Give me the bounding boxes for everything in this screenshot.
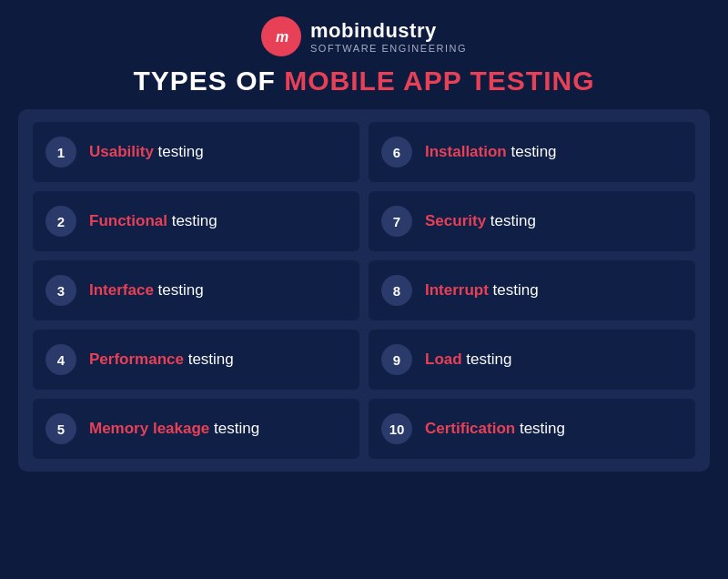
item-keyword: Functional: [89, 212, 167, 229]
list-item: 3Interface testing: [33, 260, 359, 320]
item-label: Functional testing: [89, 212, 217, 230]
item-label: Performance testing: [89, 350, 234, 369]
item-number: 6: [381, 137, 412, 168]
item-number: 1: [46, 137, 76, 168]
item-keyword: Interrupt: [425, 281, 489, 299]
logo-text: mobindustry software engineering: [310, 19, 467, 54]
logo-name: mobindustry: [310, 19, 467, 43]
item-keyword: Installation: [425, 143, 507, 160]
list-item: 5Memory leakage testing: [33, 399, 359, 459]
svg-text:m: m: [276, 29, 288, 45]
item-label: Interrupt testing: [425, 281, 539, 300]
item-label: Interface testing: [89, 281, 204, 300]
list-item: 9Load testing: [369, 330, 695, 390]
item-keyword: Performance: [89, 350, 184, 368]
list-item: 1Usability testing: [33, 122, 359, 182]
item-label: Installation testing: [425, 143, 557, 161]
item-label: Certification testing: [425, 420, 565, 438]
item-keyword: Certification: [425, 420, 515, 437]
item-label: Security testing: [425, 212, 536, 230]
item-label: Memory leakage testing: [89, 420, 259, 438]
item-number: 4: [46, 344, 76, 375]
list-item: 4Performance testing: [33, 330, 359, 390]
logo-subtitle: software engineering: [310, 43, 467, 54]
item-number: 10: [381, 413, 412, 444]
list-item: 7Security testing: [369, 191, 695, 251]
page-wrapper: m mobindustry software engineering TYPES…: [0, 0, 728, 579]
item-keyword: Memory leakage: [89, 420, 209, 437]
item-keyword: Security: [425, 212, 486, 229]
list-item: 2Functional testing: [33, 191, 359, 251]
list-item: 6Installation testing: [369, 122, 695, 182]
header: m mobindustry software engineering: [261, 16, 467, 56]
item-label: Usability testing: [89, 143, 204, 161]
title-highlight: MOBILE APP TESTING: [284, 66, 594, 96]
item-number: 2: [46, 206, 76, 237]
testing-grid: 1Usability testing6Installation testing2…: [18, 109, 710, 472]
item-number: 7: [381, 206, 412, 237]
item-keyword: Usability: [89, 143, 154, 160]
item-number: 9: [381, 344, 412, 375]
item-label: Load testing: [425, 350, 511, 369]
title-prefix: TYPES OF: [133, 66, 284, 96]
logo-icon: m: [261, 16, 301, 56]
item-number: 5: [46, 413, 76, 444]
item-number: 8: [381, 275, 412, 306]
item-number: 3: [46, 275, 76, 306]
main-title: TYPES OF MOBILE APP TESTING: [133, 66, 594, 96]
list-item: 8Interrupt testing: [369, 260, 695, 320]
item-keyword: Load: [425, 350, 462, 368]
list-item: 10Certification testing: [369, 399, 695, 459]
item-keyword: Interface: [89, 281, 154, 299]
